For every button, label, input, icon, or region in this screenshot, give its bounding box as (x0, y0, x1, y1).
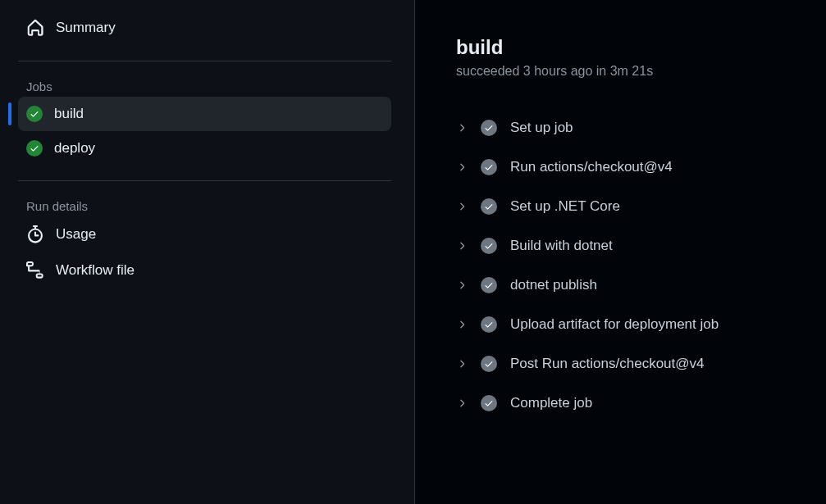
success-icon (481, 356, 497, 372)
success-icon (481, 277, 497, 293)
sidebar-job-build[interactable]: build (18, 97, 391, 131)
step-row[interactable]: dotnet publish (456, 266, 785, 305)
step-name: Run actions/checkout@v4 (510, 159, 673, 175)
job-label: deploy (54, 140, 95, 157)
job-status-line: succeeded 3 hours ago in 3m 21s (456, 64, 785, 79)
success-icon (481, 395, 497, 411)
step-name: Complete job (510, 395, 592, 411)
summary-link[interactable]: Summary (18, 10, 391, 46)
chevron-right-icon (456, 122, 468, 134)
success-icon (481, 238, 497, 254)
chevron-right-icon (456, 240, 468, 252)
home-icon (26, 19, 44, 37)
success-icon (26, 106, 43, 122)
job-label: build (54, 106, 84, 122)
success-icon (481, 120, 497, 136)
chevron-right-icon (456, 319, 468, 330)
step-row[interactable]: Complete job (456, 384, 785, 423)
step-row[interactable]: Set up job (456, 108, 785, 148)
chevron-right-icon (456, 279, 468, 291)
divider (18, 180, 391, 181)
sidebar-job-deploy[interactable]: deploy (18, 131, 391, 166)
step-name: Build with dotnet (510, 238, 613, 254)
chevron-right-icon (456, 358, 468, 370)
sidebar: Summary Jobs build deploy Run details Us… (0, 0, 414, 504)
step-row[interactable]: Upload artifact for deployment job (456, 305, 785, 344)
step-row[interactable]: Post Run actions/checkout@v4 (456, 344, 785, 384)
success-icon (481, 316, 497, 333)
workflow-file-label: Workflow file (56, 262, 135, 279)
success-icon (481, 159, 497, 175)
chevron-right-icon (456, 201, 468, 212)
chevron-right-icon (456, 397, 468, 409)
divider (18, 61, 391, 61)
steps-list: Set up job Run actions/checkout@v4 Set u… (415, 98, 826, 447)
run-details-section-title: Run details (18, 191, 391, 216)
jobs-section-title: Jobs (18, 71, 391, 97)
job-header: build succeeded 3 hours ago in 3m 21s (415, 0, 826, 98)
workflow-file-icon (26, 261, 44, 279)
step-row[interactable]: Build with dotnet (456, 226, 785, 266)
stopwatch-icon (26, 225, 44, 243)
step-name: Post Run actions/checkout@v4 (510, 356, 705, 372)
main-panel: build succeeded 3 hours ago in 3m 21s Se… (414, 0, 826, 504)
step-row[interactable]: Run actions/checkout@v4 (456, 148, 785, 187)
usage-link[interactable]: Usage (18, 216, 391, 252)
success-icon (26, 140, 43, 157)
step-name: Set up .NET Core (510, 198, 620, 215)
usage-label: Usage (56, 226, 96, 243)
summary-label: Summary (56, 20, 116, 36)
workflow-file-link[interactable]: Workflow file (18, 252, 391, 288)
step-row[interactable]: Set up .NET Core (456, 187, 785, 226)
success-icon (481, 198, 497, 215)
step-name: dotnet publish (510, 277, 597, 293)
step-name: Upload artifact for deployment job (510, 316, 719, 333)
step-name: Set up job (510, 120, 573, 136)
job-title: build (456, 36, 785, 59)
chevron-right-icon (456, 161, 468, 173)
